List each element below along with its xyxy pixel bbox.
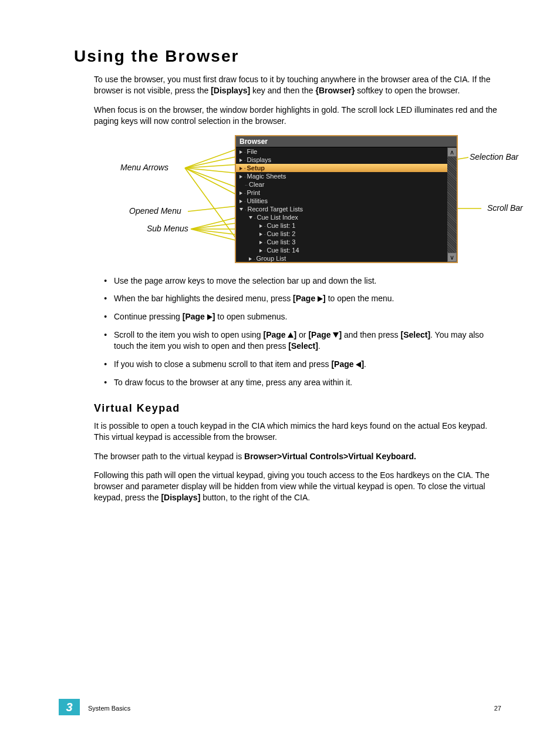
- browser-title: Browser: [236, 136, 457, 147]
- triangle-right-icon: [207, 314, 212, 320]
- instruction-2: When the bar highlights the desired menu…: [112, 293, 501, 304]
- instruction-list: Use the page arrow keys to move the sele…: [112, 275, 501, 388]
- svg-line-4: [185, 168, 238, 188]
- displays-key: [Displays]: [211, 86, 250, 95]
- browser-item-displays[interactable]: ·Displays: [236, 156, 447, 164]
- callout-sub-menus: Sub Menus: [147, 224, 188, 233]
- svg-line-7: [188, 206, 242, 211]
- arrow-icon: [259, 249, 262, 253]
- arrow-icon: [239, 175, 242, 179]
- triangle-right-icon: [318, 296, 323, 302]
- svg-line-1: [185, 156, 238, 168]
- arrow-down-icon: [239, 208, 243, 211]
- triangle-down-icon: [333, 332, 339, 338]
- intro-paragraph-2: When focus is on the browser, the window…: [94, 105, 501, 127]
- intro-paragraph-1: To use the browser, you must first draw …: [94, 74, 501, 96]
- browser-item-cue-list-14[interactable]: ·Cue list: 14: [236, 246, 447, 254]
- callout-opened-menu: Opened Menu: [129, 206, 181, 216]
- arrow-icon: [259, 233, 262, 236]
- browser-item-group-list[interactable]: ·Group List: [236, 254, 447, 262]
- arrow-icon: [249, 257, 252, 261]
- callout-selection-bar: Selection Bar: [470, 152, 518, 161]
- arrow-icon: [259, 241, 262, 244]
- instruction-5: If you wish to close a submenu scroll to…: [112, 359, 501, 370]
- svg-line-2: [185, 164, 238, 168]
- instruction-3: Continue pressing [Page ] to open submen…: [112, 311, 501, 322]
- callout-menu-arrows: Menu Arrows: [120, 163, 168, 172]
- browser-item-clear[interactable]: ··Clear: [236, 180, 447, 189]
- svg-line-5: [185, 168, 238, 196]
- arrow-icon: [239, 200, 242, 203]
- browser-item-cue-list-2[interactable]: ·Cue list: 2: [236, 230, 447, 238]
- triangle-up-icon: [288, 332, 294, 338]
- page-heading: Using the Browser: [74, 47, 501, 66]
- browser-item-cue-list-3[interactable]: ·Cue list: 3: [236, 238, 447, 246]
- text: key and then the: [250, 86, 315, 95]
- arrow-icon: [239, 191, 242, 195]
- scroll-up-button[interactable]: ∧: [447, 147, 457, 157]
- svg-line-0: [185, 149, 238, 168]
- footer-section: System Basics: [88, 705, 130, 712]
- instruction-1: Use the page arrow keys to move the sele…: [112, 275, 501, 287]
- browser-item-utilities[interactable]: ·Utilities: [236, 197, 447, 205]
- vk-paragraph-3: Following this path will open the virtua…: [94, 470, 501, 503]
- instruction-4: Scroll to the item you wish to open usin…: [112, 329, 501, 352]
- browser-item-magic-sheets[interactable]: ·Magic Sheets: [236, 172, 447, 180]
- browser-softkey: {Browser}: [315, 86, 355, 95]
- arrow-down-icon: [249, 216, 252, 219]
- chapter-number: 3: [59, 699, 80, 715]
- browser-figure: Menu Arrows Opened Menu Sub Menus Select…: [59, 135, 481, 267]
- vk-paragraph-2: The browser path to the virtual keypad i…: [94, 451, 501, 462]
- scrollbar[interactable]: ∧ ∨: [447, 147, 457, 262]
- browser-list[interactable]: ·File ·Displays ·Setup ·Magic Sheets ··C…: [236, 147, 447, 262]
- arrow-icon: [239, 150, 242, 154]
- callout-scroll-bar: Scroll Bar: [487, 203, 523, 213]
- arrow-icon: [239, 159, 242, 162]
- scroll-down-button[interactable]: ∨: [447, 253, 457, 262]
- browser-window: Browser ·File ·Displays ·Setup ·Magic Sh…: [235, 135, 458, 263]
- vk-paragraph-1: It is possible to open a touch keypad in…: [94, 420, 501, 443]
- svg-line-3: [185, 168, 238, 173]
- arrow-icon: [259, 224, 262, 228]
- browser-item-file[interactable]: ·File: [236, 147, 447, 156]
- arrow-icon: [239, 167, 242, 170]
- virtual-keypad-heading: Virtual Keypad: [94, 402, 501, 415]
- browser-item-cue-list-1[interactable]: ·Cue list: 1: [236, 221, 447, 230]
- text: softkey to open the browser.: [355, 86, 460, 95]
- footer-page-number: 27: [494, 705, 501, 712]
- instruction-6: To draw focus to the browser at any time…: [112, 377, 501, 388]
- browser-item-cue-list-index[interactable]: ·Cue List Index: [236, 213, 447, 221]
- browser-item-print[interactable]: ·Print: [236, 189, 447, 197]
- browser-item-setup[interactable]: ·Setup: [236, 164, 447, 172]
- browser-item-record-target-lists[interactable]: ·Record Target Lists: [236, 205, 447, 213]
